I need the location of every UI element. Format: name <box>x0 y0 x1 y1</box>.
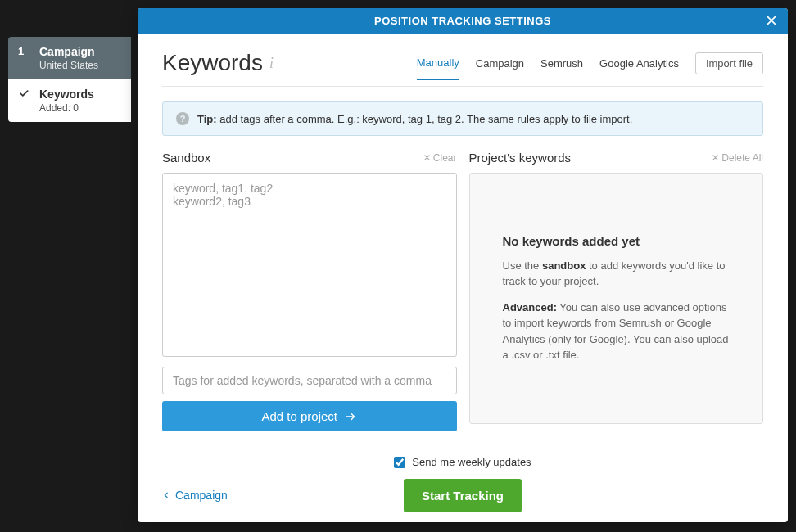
import-file-button[interactable]: Import file <box>695 52 763 74</box>
tags-input[interactable] <box>162 367 457 394</box>
empty-text-1: Use the sandbox to add keywords you'd li… <box>503 258 730 290</box>
source-tabs: Manually Campaign Semrush Google Analyti… <box>417 52 763 74</box>
close-icon <box>423 154 431 161</box>
project-keywords-title: Project's keywords <box>469 151 572 165</box>
tip-label: Tip: <box>197 113 217 125</box>
wizard-step-campaign[interactable]: 1 Campaign United States <box>8 37 131 79</box>
footer-area: Send me weekly updates Campaign Start Tr… <box>162 456 763 502</box>
settings-modal: POSITION TRACKING SETTINGS Keywords i Ma… <box>138 8 788 522</box>
modal-header: POSITION TRACKING SETTINGS <box>138 8 788 34</box>
modal-title: POSITION TRACKING SETTINGS <box>374 15 551 27</box>
step-subtitle: Added: 0 <box>39 102 94 114</box>
step-title: Campaign <box>39 45 98 58</box>
wizard-steps-sidebar: 1 Campaign United States Keywords Added:… <box>8 37 131 122</box>
step-title: Keywords <box>39 88 94 101</box>
weekly-updates-label: Send me weekly updates <box>412 456 531 468</box>
add-to-project-button[interactable]: Add to project <box>162 401 457 431</box>
sandbox-textarea[interactable] <box>162 173 457 357</box>
tab-manually[interactable]: Manually <box>417 56 459 80</box>
empty-heading: No keywords added yet <box>503 234 730 248</box>
tab-campaign[interactable]: Campaign <box>476 57 524 79</box>
tip-text: add tags after a comma. E.g.: keyword, t… <box>219 113 632 125</box>
arrow-right-icon <box>344 410 357 423</box>
step-subtitle: United States <box>39 60 98 71</box>
weekly-updates-row: Send me weekly updates <box>162 456 763 468</box>
back-campaign-link[interactable]: Campaign <box>162 489 228 502</box>
start-tracking-button[interactable]: Start Tracking <box>404 479 522 512</box>
checkmark-icon <box>18 88 29 99</box>
step-number: 1 <box>18 45 29 57</box>
delete-all-button[interactable]: Delete All <box>712 152 763 164</box>
tip-banner: ? Tip: add tags after a comma. E.g.: key… <box>162 101 763 136</box>
wizard-step-keywords[interactable]: Keywords Added: 0 <box>8 79 131 122</box>
content-columns: Sandbox Clear Add to project Project's k… <box>162 151 763 431</box>
project-keywords-column: Project's keywords Delete All No keyword… <box>469 151 764 431</box>
weekly-updates-checkbox[interactable] <box>394 457 405 468</box>
footer-nav: Campaign Start Tracking <box>162 489 763 502</box>
keywords-empty-state: No keywords added yet Use the sandbox to… <box>469 173 764 424</box>
close-icon[interactable] <box>765 12 778 30</box>
tab-semrush[interactable]: Semrush <box>540 57 583 79</box>
sandbox-title: Sandbox <box>162 151 210 165</box>
empty-text-2: Advanced: You can also use advanced opti… <box>503 300 730 363</box>
modal-body: Keywords i Manually Campaign Semrush Goo… <box>138 34 788 522</box>
page-title: Keywords i <box>162 50 274 76</box>
close-icon <box>712 154 719 161</box>
info-icon[interactable]: i <box>269 55 274 72</box>
help-icon: ? <box>176 112 189 125</box>
clear-button[interactable]: Clear <box>423 152 457 164</box>
chevron-left-icon <box>162 491 170 499</box>
sandbox-column: Sandbox Clear Add to project <box>162 151 457 431</box>
page-header-row: Keywords i Manually Campaign Semrush Goo… <box>162 50 763 87</box>
tab-google-analytics[interactable]: Google Analytics <box>599 57 679 79</box>
